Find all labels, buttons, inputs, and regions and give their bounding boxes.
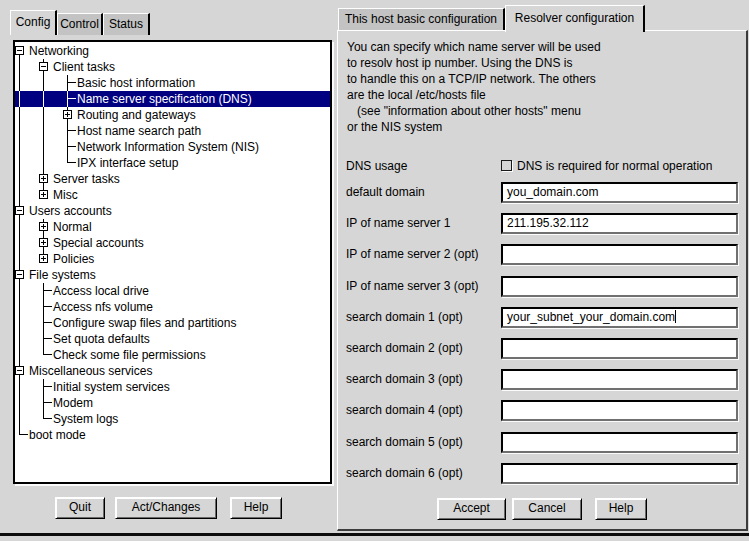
tree-connector [19, 379, 20, 395]
tree-item-label: Policies [53, 252, 94, 266]
tree-item-normal[interactable]: Normal [15, 219, 330, 235]
tree-item-label: Miscellaneous services [29, 364, 152, 378]
tree-connector [43, 75, 44, 91]
default-domain-field[interactable]: you_domain.com [501, 182, 738, 203]
minus-icon[interactable] [15, 206, 24, 215]
quit-button[interactable]: Quit [55, 497, 105, 519]
dns-required-checkbox[interactable] [501, 160, 512, 171]
tree-item-label: Network Information System (NIS) [77, 140, 259, 154]
tree-item-misc[interactable]: Misc [15, 187, 330, 203]
tree-connector [19, 315, 20, 331]
checkbox-label: DNS is required for normal operation [517, 159, 712, 173]
tree-item-miscellaneous-services[interactable]: Miscellaneous services [15, 363, 330, 379]
tree-connector [43, 387, 44, 395]
tree-item-basic-host-information[interactable]: Basic host information [15, 75, 330, 91]
config-tree[interactable]: NetworkingClient tasksBasic host informa… [13, 40, 332, 484]
tree-item-routing-and-gateways[interactable]: Routing and gateways [15, 107, 330, 123]
search-domain-6-opt-field[interactable] [501, 463, 738, 484]
plus-icon[interactable] [63, 110, 72, 119]
ip-of-name-server-1-field[interactable]: 211.195.32.112 [501, 213, 738, 234]
tree-connector [67, 146, 76, 147]
tree-connector [43, 339, 44, 347]
tree-item-configure-swap-files-and-partitions[interactable]: Configure swap files and partitions [15, 315, 330, 331]
tree-item-policies[interactable]: Policies [15, 251, 330, 267]
help-button[interactable]: Help [230, 497, 282, 519]
minus-icon[interactable] [15, 270, 24, 279]
tree-connector [19, 299, 20, 315]
tree-connector [43, 155, 44, 171]
tree-item-modem[interactable]: Modem [15, 395, 330, 411]
tree-item-initial-system-services[interactable]: Initial system services [15, 379, 330, 395]
tree-item-server-tasks[interactable]: Server tasks [15, 171, 330, 187]
tree-item-label: Host name search path [77, 124, 201, 138]
description-line: (see "information about other hosts" men… [347, 104, 581, 120]
ip-of-name-server-3-opt-field[interactable] [501, 276, 738, 297]
search-domain-5-opt-label: search domain 5 (opt) [346, 435, 463, 449]
tree-connector [43, 386, 52, 387]
tree-connector [19, 75, 20, 91]
tab-resolver-configuration[interactable]: Resolver configuration [505, 5, 645, 32]
tree-item-networking[interactable]: Networking [15, 43, 330, 59]
search-domain-4-opt-label: search domain 4 (opt) [346, 403, 463, 417]
tree-connector [43, 403, 44, 411]
tree-item-label: boot mode [29, 428, 86, 442]
search-domain-4-opt-field[interactable] [501, 400, 738, 421]
act-changes-button[interactable]: Act/Changes [115, 497, 217, 519]
minus-icon[interactable] [15, 366, 24, 375]
tree-connector [19, 59, 20, 75]
tree-connector [19, 395, 20, 411]
minus-icon[interactable] [15, 46, 24, 55]
tree-item-system-logs[interactable]: System logs [15, 411, 330, 427]
tree-connector [43, 322, 52, 323]
tree-item-boot-mode[interactable]: boot mode [15, 427, 330, 443]
tree-item-set-quota-defaults[interactable]: Set quota defaults [15, 331, 330, 347]
tree-item-special-accounts[interactable]: Special accounts [15, 235, 330, 251]
tree-item-host-name-search-path[interactable]: Host name search path [15, 123, 330, 139]
cancel-button[interactable]: Cancel [512, 498, 582, 520]
tree-item-name-server-specification-dns[interactable]: Name server specification (DNS) [15, 91, 330, 107]
tab-config[interactable]: Config [10, 10, 57, 35]
tree-connector [19, 107, 20, 123]
search-domain-1-opt-field[interactable]: your_subnet_your_domain.com [501, 307, 738, 328]
search-domain-2-opt-field[interactable] [501, 338, 738, 359]
tree-connector [43, 323, 44, 331]
tree-connector [19, 171, 20, 187]
description-line: You can specify which name server will b… [347, 40, 601, 56]
tree-item-label: Initial system services [53, 380, 170, 394]
tree-item-label: Set quota defaults [53, 332, 150, 346]
tree-item-label: Access nfs volume [53, 300, 153, 314]
ip-of-name-server-2-opt-field[interactable] [501, 244, 738, 265]
tree-item-check-some-file-permissions[interactable]: Check some file permissions [15, 347, 330, 363]
accept-button[interactable]: Accept [437, 498, 506, 520]
tab-this-host-basic-configuration[interactable]: This host basic configuration [338, 8, 505, 30]
tree-item-ipx-interface-setup[interactable]: IPX interface setup [15, 155, 330, 171]
tree-connector [43, 338, 52, 339]
tab-status[interactable]: Status [103, 13, 150, 35]
tree-connector [19, 411, 20, 427]
tree-item-file-systems[interactable]: File systems [15, 267, 330, 283]
tab-control[interactable]: Control [57, 13, 103, 35]
plus-icon[interactable] [39, 254, 48, 263]
field-value: your_subnet_your_domain.com [507, 310, 675, 324]
tree-connector [19, 91, 20, 107]
search-domain-5-opt-field[interactable] [501, 432, 738, 453]
tree-item-label: Basic host information [77, 76, 195, 90]
tree-item-network-information-system-nis[interactable]: Network Information System (NIS) [15, 139, 330, 155]
plus-icon[interactable] [39, 222, 48, 231]
tree-item-access-local-drive[interactable]: Access local drive [15, 283, 330, 299]
tree-item-label: Modem [53, 396, 93, 410]
plus-icon[interactable] [39, 238, 48, 247]
tree-connector [67, 130, 76, 131]
plus-icon[interactable] [39, 174, 48, 183]
tree-item-users-accounts[interactable]: Users accounts [15, 203, 330, 219]
tree-item-label: Normal [53, 220, 92, 234]
minus-icon[interactable] [39, 62, 48, 71]
tree-item-access-nfs-volume[interactable]: Access nfs volume [15, 299, 330, 315]
search-domain-3-opt-field[interactable] [501, 369, 738, 390]
ip-of-name-server-3-opt-label: IP of name server 3 (opt) [346, 279, 479, 293]
plus-icon[interactable] [39, 190, 48, 199]
help-button[interactable]: Help [595, 498, 647, 520]
tree-connector [19, 155, 20, 171]
tree-connector [19, 251, 20, 267]
tree-item-client-tasks[interactable]: Client tasks [15, 59, 330, 75]
